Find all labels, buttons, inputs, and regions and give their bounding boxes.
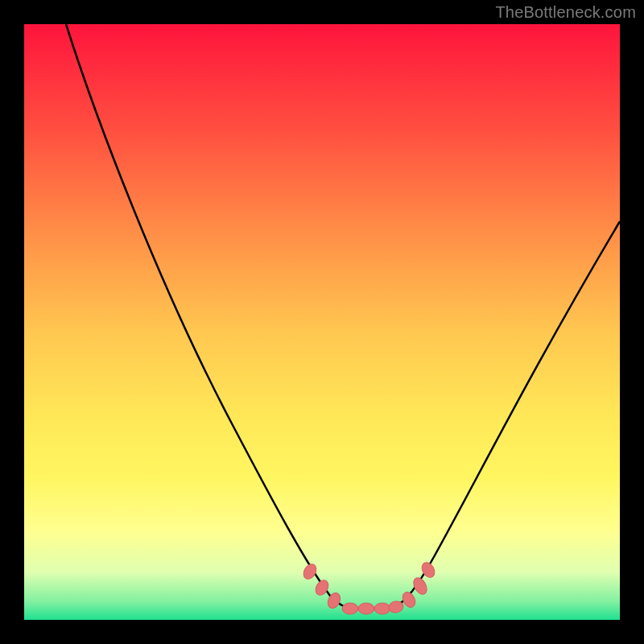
marker-point: [358, 603, 374, 614]
marker-point: [411, 576, 429, 597]
marker-point: [342, 603, 358, 614]
chart-svg: [24, 24, 620, 620]
curve-layer: [66, 24, 620, 609]
marker-point: [301, 562, 319, 581]
left-curve: [66, 24, 354, 609]
marker-point: [374, 603, 390, 614]
watermark-text: TheBottleneck.com: [495, 3, 636, 22]
chart-frame: TheBottleneck.com: [0, 0, 644, 644]
right-curve: [390, 221, 620, 609]
marker-layer: [301, 560, 437, 614]
